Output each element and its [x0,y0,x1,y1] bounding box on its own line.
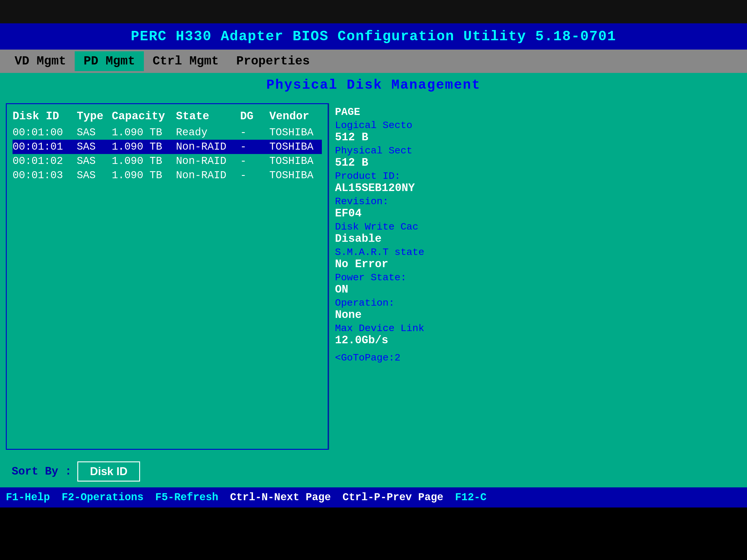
product-id-value: AL15SEB120NY [335,182,735,194]
cell-capacity-1: 1.090 TB [112,141,176,153]
cell-vendor-0: TOSHIBA [269,127,322,138]
cell-state-2: Non-RAID [176,155,240,167]
smart-state-label: S.M.A.R.T state [335,247,735,258]
physical-sector-row: Physical Sect 512 B [335,145,735,169]
disk-write-cache-label: Disk Write Cac [335,221,735,233]
logical-sector-row: Logical Secto 512 B [335,120,735,143]
cell-disk-id-2: 00:01:02 [12,155,77,167]
bottom-black [0,507,747,560]
goto-page: <GoToPage:2 [335,352,735,364]
menu-properties[interactable]: Properties [228,51,319,71]
menu-ctrl-mgmt[interactable]: Ctrl Mgmt [144,51,228,71]
col-dg: DG [240,110,269,123]
status-ctrl-p[interactable]: Ctrl-P-Prev Page [342,491,443,503]
revision-value: EF04 [335,207,735,220]
power-state-row: Power State: ON [335,272,735,296]
smart-state-value: No Error [335,258,735,270]
page-indicator-row: PAGE [335,106,735,118]
status-f12[interactable]: F12-C [455,491,486,503]
status-bar: F1-Help F2-Operations F5-Refresh Ctrl-N-… [0,487,747,507]
menu-bar: VD Mgmt PD Mgmt Ctrl Mgmt Properties [0,50,747,73]
menu-pd-mgmt[interactable]: PD Mgmt [75,51,144,71]
table-row[interactable]: 00:01:03 SAS 1.090 TB Non-RAID - TOSHIBA [12,168,322,183]
cell-state-0: Ready [176,127,240,138]
max-device-link-row: Max Device Link 12.0Gb/s [335,323,735,347]
page-indicator: PAGE [335,106,360,118]
cell-type-0: SAS [77,127,112,138]
col-type: Type [77,110,112,123]
max-device-link-label: Max Device Link [335,323,735,334]
table-row[interactable]: 00:01:01 SAS 1.090 TB Non-RAID - TOSHIBA [12,140,322,154]
cell-dg-1: - [240,141,269,153]
cell-dg-0: - [240,127,269,138]
bottom-area: Sort By : Disk ID [0,456,747,487]
table-row[interactable]: 00:01:00 SAS 1.090 TB Ready - TOSHIBA [12,126,322,140]
sort-disk-id-button[interactable]: Disk ID [77,461,140,482]
col-capacity: Capacity [112,110,176,123]
max-device-link-value: 12.0Gb/s [335,334,735,347]
cell-capacity-0: 1.090 TB [112,127,176,138]
col-vendor: Vendor [269,110,322,123]
revision-label: Revision: [335,196,735,207]
cell-type-3: SAS [77,169,112,181]
revision-row: Revision: EF04 [335,196,735,220]
power-state-value: ON [335,283,735,296]
right-panel: PAGE Logical Secto 512 B Physical Sect 5… [329,103,741,450]
physical-sector-value: 512 B [335,156,735,169]
page-title-text: Physical Disk Management [266,78,481,93]
status-ctrl-n[interactable]: Ctrl-N-Next Page [230,491,331,503]
menu-vd-mgmt[interactable]: VD Mgmt [6,51,75,71]
operation-label: Operation: [335,297,735,309]
col-state: State [176,110,240,123]
cell-disk-id-0: 00:01:00 [12,127,77,138]
status-f2[interactable]: F2-Operations [61,491,144,503]
screen: PERC H330 Adapter BIOS Configuration Uti… [0,0,747,560]
cell-state-1: Non-RAID [176,141,240,153]
cell-disk-id-3: 00:01:03 [12,169,77,181]
smart-state-row: S.M.A.R.T state No Error [335,247,735,270]
product-id-row: Product ID: AL15SEB120NY [335,170,735,194]
physical-sector-label: Physical Sect [335,145,735,156]
page-title-bar: Physical Disk Management [0,73,747,98]
top-decoration [0,0,747,23]
bios-area: PERC H330 Adapter BIOS Configuration Uti… [0,23,747,507]
title-bar: PERC H330 Adapter BIOS Configuration Uti… [0,23,747,50]
cell-vendor-2: TOSHIBA [269,155,322,167]
status-f5[interactable]: F5-Refresh [155,491,218,503]
product-id-label: Product ID: [335,170,735,182]
cell-dg-3: - [240,169,269,181]
logical-sector-label: Logical Secto [335,120,735,131]
title-text: PERC H330 Adapter BIOS Configuration Uti… [131,29,616,44]
content-area: Disk ID Type Capacity State DG Vendor 00… [0,98,747,456]
disk-write-cache-row: Disk Write Cac Disable [335,221,735,245]
disk-write-cache-value: Disable [335,233,735,245]
cell-type-2: SAS [77,155,112,167]
status-f1[interactable]: F1-Help [6,491,50,503]
operation-row: Operation: None [335,297,735,321]
cell-capacity-3: 1.090 TB [112,169,176,181]
cell-vendor-1: TOSHIBA [269,141,322,153]
sort-label: Sort By : [12,465,72,478]
table-row[interactable]: 00:01:02 SAS 1.090 TB Non-RAID - TOSHIBA [12,154,322,168]
cell-disk-id-1: 00:01:01 [12,141,77,153]
cell-state-3: Non-RAID [176,169,240,181]
cell-type-1: SAS [77,141,112,153]
goto-page-row: <GoToPage:2 [335,352,735,364]
operation-value: None [335,309,735,321]
left-panel: Disk ID Type Capacity State DG Vendor 00… [6,103,329,450]
table-header: Disk ID Type Capacity State DG Vendor [12,110,322,123]
cell-vendor-3: TOSHIBA [269,169,322,181]
cell-dg-2: - [240,155,269,167]
cell-capacity-2: 1.090 TB [112,155,176,167]
power-state-label: Power State: [335,272,735,283]
logical-sector-value: 512 B [335,131,735,143]
col-disk-id: Disk ID [12,110,77,123]
